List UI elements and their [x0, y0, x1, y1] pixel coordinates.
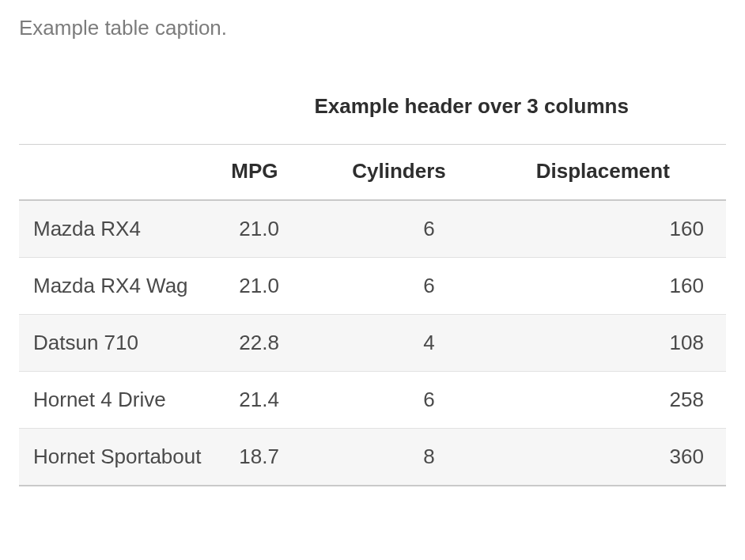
table-row: Hornet 4 Drive 21.4 6 258 — [19, 372, 726, 429]
cell-rowname: Mazda RX4 Wag — [19, 258, 217, 315]
table-row: Hornet Sportabout 18.7 8 360 — [19, 429, 726, 486]
cell-cyl: 6 — [344, 372, 514, 429]
cell-rowname: Hornet Sportabout — [19, 429, 217, 486]
cell-rowname: Hornet 4 Drive — [19, 372, 217, 429]
cell-disp: 360 — [514, 429, 726, 486]
cell-disp: 160 — [514, 200, 726, 258]
table-row: Mazda RX4 21.0 6 160 — [19, 200, 726, 258]
header-mpg: MPG — [217, 145, 344, 201]
cell-cyl: 6 — [344, 200, 514, 258]
cell-cyl: 6 — [344, 258, 514, 315]
cell-rowname: Mazda RX4 — [19, 200, 217, 258]
spanner-empty — [19, 78, 217, 145]
table-row: Datsun 710 22.8 4 108 — [19, 315, 726, 372]
cell-mpg: 18.7 — [217, 429, 344, 486]
cell-disp: 108 — [514, 315, 726, 372]
cell-mpg: 21.0 — [217, 200, 344, 258]
cell-cyl: 8 — [344, 429, 514, 486]
cell-mpg: 21.0 — [217, 258, 344, 315]
cell-disp: 258 — [514, 372, 726, 429]
header-disp: Displacement — [514, 145, 726, 201]
cell-cyl: 4 — [344, 315, 514, 372]
header-cyl: Cylinders — [344, 145, 514, 201]
table-row: Mazda RX4 Wag 21.0 6 160 — [19, 258, 726, 315]
cell-rowname: Datsun 710 — [19, 315, 217, 372]
table-caption: Example table caption. — [19, 16, 726, 40]
data-table: Example header over 3 columns MPG Cylind… — [19, 78, 726, 486]
cell-mpg: 22.8 — [217, 315, 344, 372]
spanner-header: Example header over 3 columns — [217, 78, 726, 145]
header-rowname — [19, 145, 217, 201]
cell-mpg: 21.4 — [217, 372, 344, 429]
cell-disp: 160 — [514, 258, 726, 315]
